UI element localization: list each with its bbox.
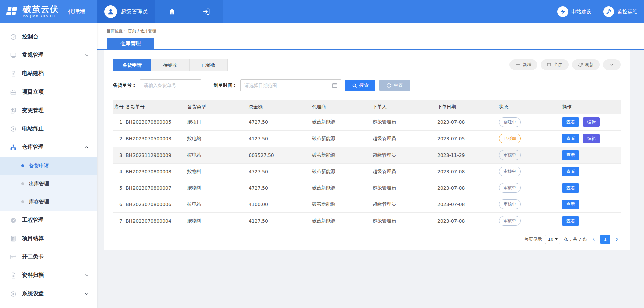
next-page-button[interactable] (614, 235, 621, 244)
wrench-icon (603, 6, 614, 17)
view-button[interactable]: 查看 (562, 150, 579, 160)
sidebar-item-station-terminate[interactable]: 电站终止 (0, 120, 97, 138)
sidebar-item-project-initiation[interactable]: 项目立项 (0, 83, 97, 101)
refresh-icon (578, 62, 583, 67)
sidebar-item-general-mgmt[interactable]: 常规管理 (0, 46, 97, 64)
main-content: 当前位置： 首页 / 仓库管理 仓库管理 备货申请 待签收 已签收 新增 (97, 23, 644, 308)
view-button[interactable]: 查看 (562, 167, 579, 176)
chevron-down-icon (84, 291, 89, 297)
status-badge: 已驳回 (499, 134, 521, 143)
sidebar-item-warehouse-mgmt[interactable]: 仓库管理 (0, 138, 97, 157)
refresh-button[interactable]: 刷新 (572, 59, 600, 70)
brand-logo: 破茧云伏 Po Jian Yun Fu 代理端 (0, 0, 97, 23)
home-button[interactable] (155, 0, 189, 23)
tab-pending-sign[interactable]: 待签收 (151, 59, 190, 71)
table-row: 4 BH2023070800008 按物料 4727.50 破茧新能源 超级管理… (113, 163, 621, 180)
view-button[interactable]: 查看 (562, 117, 579, 127)
chevron-up-icon (84, 145, 89, 150)
header-quick-links: 电站建设 监控运维 (557, 0, 637, 23)
bullet-icon (21, 200, 24, 203)
col-header-agent: 代理商 (312, 100, 373, 114)
table-header-row: 序号 备货单号 备货类型 总金额 代理商 下单人 下单日期 状态 操作 (113, 100, 621, 114)
search-button[interactable]: 搜索 (345, 80, 375, 91)
sidebar-item-data-archive[interactable]: 资料归档 (0, 266, 97, 285)
search-icon (352, 83, 357, 88)
col-header-orderer: 下单人 (373, 100, 437, 114)
sidebar-item-inventory-mgmt[interactable]: 库存管理 (0, 193, 97, 211)
tab-stock-request[interactable]: 备货申请 (113, 59, 151, 71)
date-range-input[interactable] (240, 79, 341, 91)
monitor-icon (10, 52, 17, 59)
sidebar-item-project-settlement[interactable]: 项目结算 (0, 229, 97, 248)
per-page-select[interactable]: 10 (545, 235, 560, 244)
quick-link-station-build[interactable]: 电站建设 (557, 6, 591, 17)
brand-divider (64, 7, 64, 17)
card-icon (10, 254, 17, 260)
add-button[interactable]: 新增 (509, 59, 537, 70)
sidebar-item-system-settings[interactable]: 系统设置 (0, 285, 97, 303)
reset-button[interactable]: 重置 (379, 80, 410, 91)
sidebar-item-dashboard[interactable]: 控制台 (0, 27, 97, 46)
table-row: 2 BH2023070500003 按电站 4127.50 破茧新能源 超级管理… (113, 130, 621, 147)
order-no-input[interactable] (140, 79, 201, 91)
stop-circle-icon (10, 126, 17, 132)
fullscreen-button[interactable]: 全屏 (541, 59, 569, 70)
sidebar-item-stock-request[interactable]: 备货申请 (0, 157, 97, 175)
status-badge: 审核中 (499, 167, 521, 176)
warehouse-panel: 备货申请 待签收 已签收 新增 全屏 (104, 50, 630, 250)
table-row: 3 BH2023112900009 按电站 603527.50 破茧新能源 超级… (113, 147, 621, 163)
edit-button[interactable]: 编辑 (583, 134, 600, 143)
sidebar-item-station-archive-create[interactable]: 电站建档 (0, 64, 97, 83)
prev-page-button[interactable] (590, 235, 597, 244)
sidebar-item-engineering-mgmt[interactable]: 工程管理 (0, 211, 97, 229)
brand-logo-icon (5, 4, 19, 19)
tabs-row: 备货申请 待签收 已签收 新增 全屏 (104, 59, 630, 71)
status-badge: 审核中 (499, 216, 521, 226)
topbar: 当前位置： 首页 / 仓库管理 仓库管理 (97, 23, 644, 50)
logout-button[interactable] (189, 0, 223, 23)
page-1-button[interactable]: 1 (600, 235, 610, 244)
sitemap-icon (10, 144, 17, 151)
sidebar: 控制台 常规管理 电站建档 项目立项 (0, 23, 97, 308)
view-button[interactable]: 查看 (562, 216, 579, 226)
home-icon (168, 8, 176, 15)
page-tab-warehouse[interactable]: 仓库管理 (107, 38, 154, 49)
quick-link-monitor-ops[interactable]: 监控运维 (603, 6, 637, 17)
table-row: 5 BH2023070800007 按物料 4727.50 破茧新能源 超级管理… (113, 180, 621, 196)
table-row: 6 BH2023070800006 按电站 4100.00 破茧新能源 超级管理… (113, 196, 621, 212)
per-page-label: 每页显示 (524, 236, 542, 242)
chevron-down-icon (609, 62, 614, 67)
user-menu[interactable]: 超级管理员 (97, 0, 155, 23)
filter-row: 备货单号： 制单时间： 搜索 (113, 79, 621, 91)
col-header-actions: 操作 (562, 100, 621, 114)
chevron-down-icon (555, 238, 558, 240)
collapse-toggle-button[interactable] (603, 59, 621, 70)
gauge-icon (10, 217, 17, 224)
chevron-down-icon (84, 273, 89, 278)
warehouse-submenu: 备货申请 出库管理 库存管理 (0, 157, 97, 211)
brand-portal-label: 代理端 (68, 8, 85, 16)
view-button[interactable]: 查看 (562, 134, 579, 143)
plus-icon (516, 62, 520, 67)
stock-request-table: 序号 备货单号 备货类型 总金额 代理商 下单人 下单日期 状态 操作 1 BH… (113, 100, 621, 229)
dashboard-icon (10, 34, 17, 40)
calculator-icon (10, 235, 17, 242)
view-button[interactable]: 查看 (562, 183, 579, 193)
table-row: 7 BH2023070800004 按物料 4127.50 破茧新能源 超级管理… (113, 212, 621, 229)
copy-icon (10, 107, 17, 114)
sidebar-item-change-mgmt[interactable]: 变更管理 (0, 101, 97, 120)
view-button[interactable]: 查看 (562, 200, 579, 209)
status-badge: 审核中 (499, 183, 521, 193)
brand-subtitle: Po Jian Yun Fu (23, 14, 59, 18)
calendar-icon (332, 82, 338, 88)
col-header-status: 状态 (499, 100, 562, 114)
col-header-type: 备货类型 (187, 100, 249, 114)
toolbar: 新增 全屏 刷新 (509, 59, 621, 70)
sidebar-item-outbound-mgmt[interactable]: 出库管理 (0, 175, 97, 193)
status-badge: 审核中 (499, 199, 521, 209)
fullscreen-icon (547, 62, 551, 67)
sidebar-item-type2-card[interactable]: 开二类卡 (0, 248, 97, 266)
bullet-icon (21, 182, 24, 185)
edit-button[interactable]: 编辑 (583, 117, 600, 127)
tab-signed[interactable]: 已签收 (190, 59, 228, 71)
